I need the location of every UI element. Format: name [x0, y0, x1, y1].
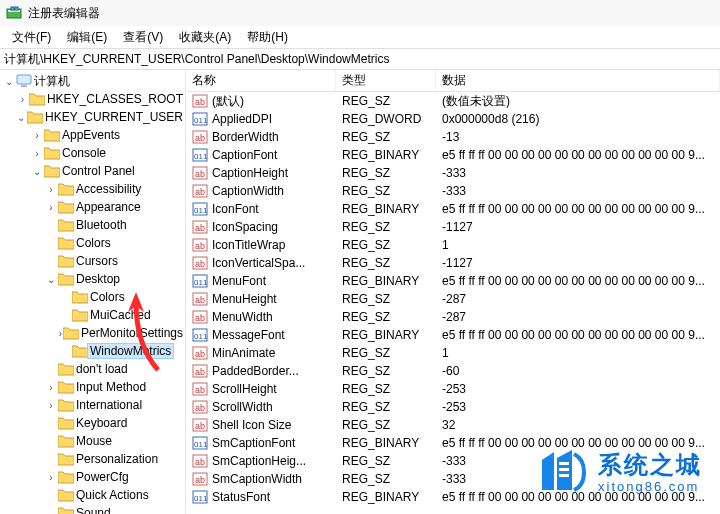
- expander-closed-icon[interactable]: ›: [44, 184, 58, 195]
- tree-node[interactable]: ›AppEvents: [0, 126, 185, 144]
- value-data-cell: -287: [436, 292, 720, 306]
- value-type-cell: REG_DWORD: [336, 112, 436, 126]
- value-row[interactable]: abIconVerticalSpa...REG_SZ-1127: [186, 254, 720, 272]
- tree-node[interactable]: Personalization: [0, 450, 185, 468]
- string-value-icon: ab: [192, 183, 208, 199]
- tree-panel[interactable]: ⌄计算机›HKEY_CLASSES_ROOT⌄HKEY_CURRENT_USER…: [0, 70, 186, 514]
- value-data-cell: -333: [436, 472, 720, 486]
- tree-node[interactable]: ›PerMonitorSettings: [0, 324, 185, 342]
- value-type-cell: REG_SZ: [336, 454, 436, 468]
- value-type-cell: REG_SZ: [336, 472, 436, 486]
- value-row[interactable]: abIconSpacingREG_SZ-1127: [186, 218, 720, 236]
- menu-item[interactable]: 收藏夹(A): [171, 27, 239, 48]
- value-row[interactable]: abScrollWidthREG_SZ-253: [186, 398, 720, 416]
- value-row[interactable]: abCaptionWidthREG_SZ-333: [186, 182, 720, 200]
- value-row[interactable]: 011AppliedDPIREG_DWORD0x000000d8 (216): [186, 110, 720, 128]
- tree-node[interactable]: WindowMetrics: [0, 342, 185, 360]
- expander-closed-icon[interactable]: ›: [44, 202, 58, 213]
- value-row[interactable]: abSmCaptionHeig...REG_SZ-333: [186, 452, 720, 470]
- value-row[interactable]: abSmCaptionWidthREG_SZ-333: [186, 470, 720, 488]
- value-data-cell: -287: [436, 310, 720, 324]
- tree-node[interactable]: MuiCached: [0, 306, 185, 324]
- list-header[interactable]: 名称 类型 数据: [186, 70, 720, 92]
- window-title: 注册表编辑器: [28, 5, 100, 22]
- tree-node[interactable]: ›HKEY_CLASSES_ROOT: [0, 90, 185, 108]
- value-row[interactable]: ab(默认)REG_SZ(数值未设置): [186, 92, 720, 110]
- value-type-cell: REG_SZ: [336, 238, 436, 252]
- tree-node[interactable]: don't load: [0, 360, 185, 378]
- value-type-cell: REG_SZ: [336, 346, 436, 360]
- expander-closed-icon[interactable]: ›: [16, 94, 29, 105]
- expander-open-icon[interactable]: ⌄: [2, 76, 16, 87]
- expander-open-icon[interactable]: ⌄: [30, 166, 44, 177]
- tree-node[interactable]: ⌄HKEY_CURRENT_USER: [0, 108, 185, 126]
- value-row[interactable]: abScrollHeightREG_SZ-253: [186, 380, 720, 398]
- value-type-cell: REG_SZ: [336, 94, 436, 108]
- tree-node[interactable]: Colors: [0, 288, 185, 306]
- menu-item[interactable]: 查看(V): [115, 27, 171, 48]
- value-type-cell: REG_SZ: [336, 166, 436, 180]
- tree-node[interactable]: ›Console: [0, 144, 185, 162]
- expander-closed-icon[interactable]: ›: [44, 400, 58, 411]
- tree-node[interactable]: Bluetooth: [0, 216, 185, 234]
- value-row[interactable]: 011CaptionFontREG_BINARYe5 ff ff ff 00 0…: [186, 146, 720, 164]
- binary-value-icon: 011: [192, 327, 208, 343]
- binary-value-icon: 011: [192, 435, 208, 451]
- registry-editor-icon: [6, 5, 22, 21]
- folder-icon: [58, 470, 74, 484]
- tree-node[interactable]: Sound: [0, 504, 185, 514]
- tree-node[interactable]: Cursors: [0, 252, 185, 270]
- value-name-cell: abMinAnimate: [186, 345, 336, 361]
- value-row[interactable]: 011MessageFontREG_BINARYe5 ff ff ff 00 0…: [186, 326, 720, 344]
- value-row[interactable]: 011StatusFontREG_BINARYe5 ff ff ff 00 00…: [186, 488, 720, 506]
- address-bar[interactable]: 计算机\HKEY_CURRENT_USER\Control Panel\Desk…: [0, 48, 720, 70]
- tree-node[interactable]: ›Input Method: [0, 378, 185, 396]
- value-row[interactable]: abPaddedBorder...REG_SZ-60: [186, 362, 720, 380]
- binary-value-icon: 011: [192, 201, 208, 217]
- column-type[interactable]: 类型: [336, 70, 436, 91]
- tree-node-label: AppEvents: [60, 128, 122, 142]
- tree-node[interactable]: ⌄Desktop: [0, 270, 185, 288]
- value-row[interactable]: 011MenuFontREG_BINARYe5 ff ff ff 00 00 0…: [186, 272, 720, 290]
- menu-item[interactable]: 编辑(E): [59, 27, 115, 48]
- value-row[interactable]: abCaptionHeightREG_SZ-333: [186, 164, 720, 182]
- value-row[interactable]: abMenuWidthREG_SZ-287: [186, 308, 720, 326]
- values-list[interactable]: 名称 类型 数据 ab(默认)REG_SZ(数值未设置)011AppliedDP…: [186, 70, 720, 514]
- column-data[interactable]: 数据: [436, 70, 720, 91]
- value-name-cell: abCaptionWidth: [186, 183, 336, 199]
- column-name[interactable]: 名称: [186, 70, 336, 91]
- menu-item[interactable]: 文件(F): [4, 27, 59, 48]
- expander-closed-icon[interactable]: ›: [44, 472, 58, 483]
- value-row[interactable]: abIconTitleWrapREG_SZ1: [186, 236, 720, 254]
- tree-node[interactable]: ›PowerCfg: [0, 468, 185, 486]
- tree-node[interactable]: Keyboard: [0, 414, 185, 432]
- expander-closed-icon[interactable]: ›: [30, 130, 44, 141]
- value-name-cell: 011StatusFont: [186, 489, 336, 505]
- expander-closed-icon[interactable]: ›: [44, 382, 58, 393]
- expander-open-icon[interactable]: ⌄: [44, 274, 58, 285]
- value-row[interactable]: 011SmCaptionFontREG_BINARYe5 ff ff ff 00…: [186, 434, 720, 452]
- tree-node[interactable]: ⌄Control Panel: [0, 162, 185, 180]
- menu-item[interactable]: 帮助(H): [239, 27, 296, 48]
- tree-node[interactable]: Mouse: [0, 432, 185, 450]
- tree-node[interactable]: ›Appearance: [0, 198, 185, 216]
- string-value-icon: ab: [192, 93, 208, 109]
- folder-icon: [58, 182, 74, 196]
- value-row[interactable]: abShell Icon SizeREG_SZ32: [186, 416, 720, 434]
- value-row[interactable]: abMenuHeightREG_SZ-287: [186, 290, 720, 308]
- value-row[interactable]: abMinAnimateREG_SZ1: [186, 344, 720, 362]
- expander-open-icon[interactable]: ⌄: [16, 112, 27, 123]
- folder-icon: [58, 398, 74, 412]
- folder-icon: [72, 308, 88, 322]
- tree-node[interactable]: ›Accessibility: [0, 180, 185, 198]
- tree-node-label: Colors: [74, 236, 113, 250]
- tree-node[interactable]: ›International: [0, 396, 185, 414]
- tree-node[interactable]: ⌄计算机: [0, 72, 185, 90]
- titlebar: 注册表编辑器: [0, 0, 720, 26]
- expander-closed-icon[interactable]: ›: [30, 148, 44, 159]
- value-row[interactable]: abBorderWidthREG_SZ-13: [186, 128, 720, 146]
- value-row[interactable]: 011IconFontREG_BINARYe5 ff ff ff 00 00 0…: [186, 200, 720, 218]
- tree-node-label: International: [74, 398, 144, 412]
- tree-node[interactable]: Colors: [0, 234, 185, 252]
- tree-node[interactable]: Quick Actions: [0, 486, 185, 504]
